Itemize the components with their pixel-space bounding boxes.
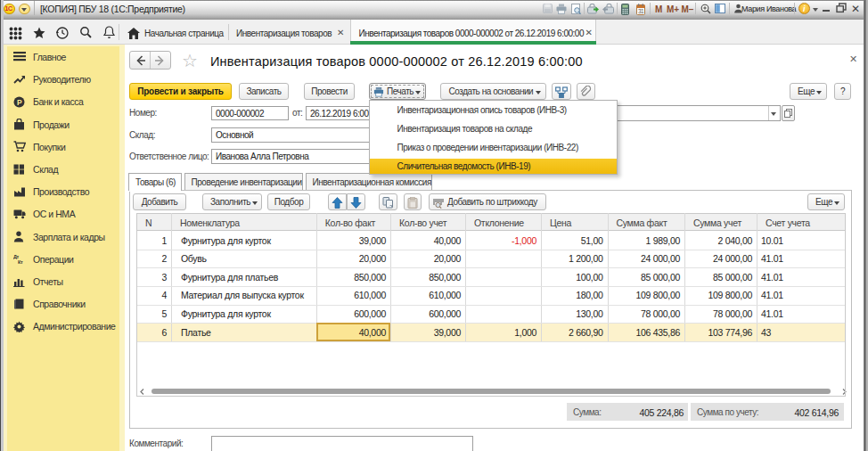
- svg-text:P: P: [17, 97, 22, 106]
- svg-text:31: 31: [638, 8, 644, 14]
- svg-text:Дт: Дт: [13, 254, 19, 259]
- svg-text:Кт: Кт: [18, 259, 23, 265]
